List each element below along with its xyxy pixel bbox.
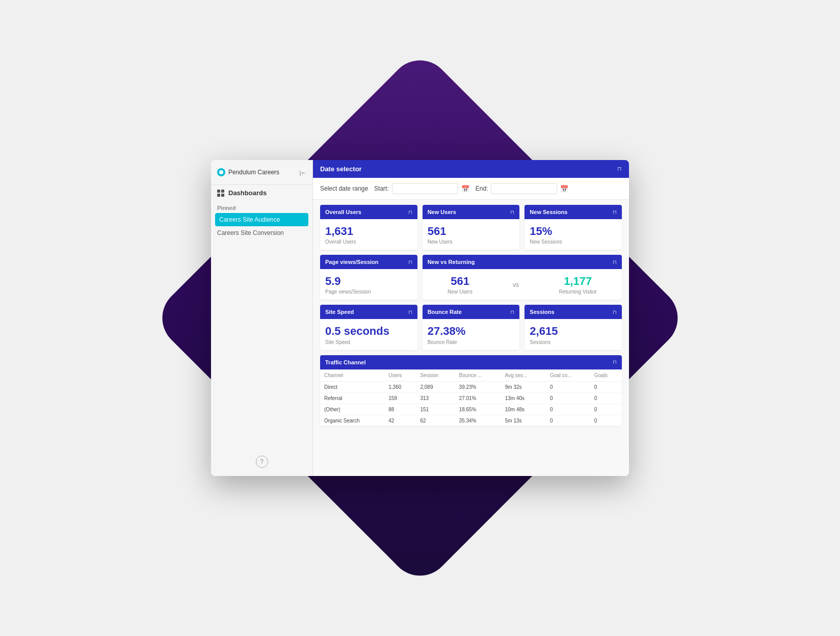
new-vs-returning-pin-icon: ⊓ — [613, 259, 617, 265]
new-users-title: New Users — [428, 209, 456, 215]
end-date-input[interactable] — [491, 183, 557, 194]
new-sessions-header: New Sessions ⊓ — [524, 205, 622, 219]
overall-users-header: Overall Users ⊓ — [320, 205, 417, 219]
table-cell: 13m 40s — [501, 392, 546, 404]
sessions-pin-icon: ⊓ — [613, 309, 617, 315]
logo-text: Pendulum Careers — [228, 169, 279, 176]
overall-users-label: Overall Users — [325, 239, 412, 245]
bounce-rate-header: Bounce Rate ⊓ — [423, 305, 520, 319]
page-views-card: Page views/Session ⊓ 5.9 Page views/Sess… — [320, 255, 417, 300]
sidebar-help: ? — [211, 447, 312, 468]
table-cell: Direct — [320, 381, 384, 392]
sidebar-collapse-button[interactable]: |← — [298, 167, 306, 177]
sidebar-item-careers-audience[interactable]: Careers Site Audience — [215, 213, 308, 226]
dashboards-label: Dashboards — [228, 189, 267, 197]
date-selector-pin-icon: ⊓ — [617, 166, 622, 172]
table-cell: 88 — [384, 404, 416, 415]
new-sessions-pin-icon: ⊓ — [613, 209, 617, 215]
new-sessions-value: 15% — [530, 225, 617, 237]
page-views-title: Page views/Session — [325, 259, 379, 265]
table-cell: 0 — [546, 404, 590, 415]
table-cell: 0 — [546, 392, 590, 404]
col-goal-conversion: Goal co... — [546, 369, 590, 382]
bounce-rate-pin-icon: ⊓ — [510, 309, 514, 315]
new-sessions-card: New Sessions ⊓ 15% New Sessions — [524, 205, 622, 250]
new-users-body: 561 New Users — [423, 219, 520, 250]
sidebar-item-careers-conversion-label: Careers Site Conversion — [217, 229, 284, 236]
new-vs-new-value: 561 — [448, 275, 472, 287]
table-cell: 5m 13s — [501, 415, 546, 426]
select-range-label: Select date range — [320, 185, 368, 192]
overall-users-pin-icon: ⊓ — [408, 209, 412, 215]
returning-value: 1,177 — [559, 275, 597, 287]
date-selector-panel: Date selector ⊓ Select date range Start:… — [313, 160, 629, 200]
end-label: End: — [476, 185, 488, 192]
traffic-channel-section: Traffic Channel ⊓ Channel Users Session … — [313, 355, 629, 433]
vs-label: vs — [513, 281, 519, 288]
start-calendar-icon[interactable]: 📅 — [461, 185, 469, 193]
col-channel: Channel — [320, 369, 384, 382]
overall-users-title: Overall Users — [325, 209, 361, 215]
sidebar-dashboards-section: Dashboards — [211, 185, 312, 201]
date-range-row: Select date range Start: 📅 End: 📅 — [313, 178, 629, 200]
table-cell: Referral — [320, 392, 384, 404]
table-cell: 151 — [416, 404, 455, 415]
traffic-table-header-row: Channel Users Session Bounce ... Avg ses… — [320, 369, 622, 382]
end-date-group: End: 📅 — [476, 183, 569, 194]
pinned-label: Pinned — [211, 201, 312, 213]
bounce-rate-card: Bounce Rate ⊓ 27.38% Bounce Rate — [423, 305, 520, 350]
table-cell: 10m 48s — [501, 404, 546, 415]
new-users-pin-icon: ⊓ — [510, 209, 514, 215]
help-button[interactable]: ? — [256, 456, 268, 468]
page-views-header: Page views/Session ⊓ — [320, 255, 417, 269]
metrics-row-2: Page views/Session ⊓ 5.9 Page views/Sess… — [313, 255, 629, 305]
new-sessions-title: New Sessions — [530, 209, 567, 215]
overall-users-value: 1,631 — [325, 225, 412, 237]
start-label: Start: — [374, 185, 389, 192]
sidebar-item-careers-conversion[interactable]: Careers Site Conversion — [211, 226, 312, 240]
new-vs-returning-header: New vs Returning ⊓ — [423, 255, 622, 269]
sessions-title: Sessions — [530, 309, 554, 315]
sidebar: Pendulum Careers |← Dashboards Pinned Ca… — [211, 160, 313, 476]
table-cell: 0 — [546, 415, 590, 426]
table-cell: 0 — [590, 415, 622, 426]
site-speed-label: Site Speed — [325, 339, 412, 345]
table-row: Organic Search426235.34%5m 13s00 — [320, 415, 622, 426]
returning-label: Returning Visitor — [559, 289, 597, 295]
site-speed-body: 0.5 seconds Site Speed — [320, 319, 417, 350]
table-cell: 39.23% — [455, 381, 501, 392]
start-date-input[interactable] — [392, 183, 458, 194]
site-speed-value: 0.5 seconds — [325, 325, 412, 337]
table-cell: 0 — [546, 381, 590, 392]
traffic-channel-title: Traffic Channel — [325, 359, 365, 365]
page-views-body: 5.9 Page views/Session — [320, 269, 417, 300]
site-speed-card: Site Speed ⊓ 0.5 seconds Site Speed — [320, 305, 417, 350]
sessions-value: 2,615 — [530, 325, 617, 337]
metrics-row-1: Overall Users ⊓ 1,631 Overall Users New … — [313, 200, 629, 255]
table-cell: 0 — [590, 392, 622, 404]
bounce-rate-title: Bounce Rate — [428, 309, 462, 315]
traffic-channel-pin-icon: ⊓ — [613, 359, 617, 365]
start-date-group: Start: 📅 — [374, 183, 469, 194]
metrics-row-3: Site Speed ⊓ 0.5 seconds Site Speed Boun… — [313, 305, 629, 355]
table-cell: 0 — [590, 404, 622, 415]
table-row: (Other)8815118.65%10m 48s00 — [320, 404, 622, 415]
table-cell: 1,360 — [384, 381, 416, 392]
col-bounce: Bounce ... — [455, 369, 501, 382]
date-selector-title: Date selector — [320, 165, 362, 173]
new-users-card: New Users ⊓ 561 New Users — [423, 205, 520, 250]
col-users: Users — [384, 369, 416, 382]
logo-icon — [217, 168, 225, 176]
col-avg-session: Avg ses... — [501, 369, 546, 382]
new-users-label: New Users — [428, 239, 515, 245]
table-cell: Organic Search — [320, 415, 384, 426]
sessions-body: 2,615 Sessions — [524, 319, 622, 350]
table-cell: 313 — [416, 392, 455, 404]
end-calendar-icon[interactable]: 📅 — [560, 185, 568, 193]
overall-users-card: Overall Users ⊓ 1,631 Overall Users — [320, 205, 417, 250]
sessions-card: Sessions ⊓ 2,615 Sessions — [524, 305, 622, 350]
page-views-pin-icon: ⊓ — [408, 259, 412, 265]
table-cell: 42 — [384, 415, 416, 426]
table-cell: (Other) — [320, 404, 384, 415]
collapse-icon: |← — [299, 170, 305, 176]
